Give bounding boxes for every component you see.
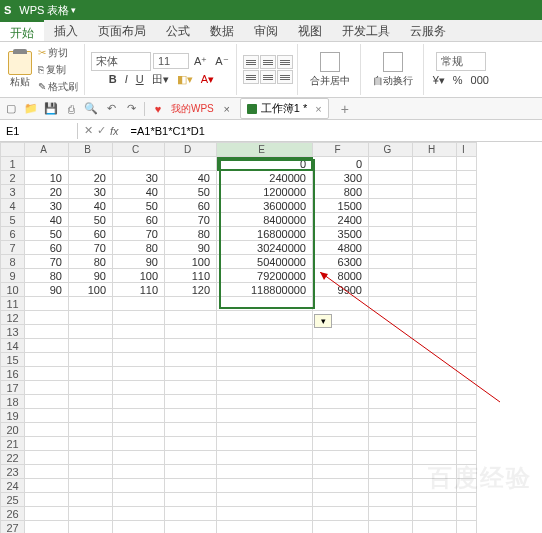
cell-B6[interactable]: 60 [69,227,113,241]
cell-F25[interactable] [313,493,369,507]
cell-I11[interactable] [457,297,477,311]
row-header-13[interactable]: 13 [1,325,25,339]
cell-E15[interactable] [217,353,313,367]
cell-B11[interactable] [69,297,113,311]
cell-C6[interactable]: 70 [113,227,165,241]
cell-H21[interactable] [413,437,457,451]
cell-D21[interactable] [165,437,217,451]
cell-H12[interactable] [413,311,457,325]
percent-button[interactable]: % [450,73,466,87]
cell-H1[interactable] [413,157,457,171]
cell-I17[interactable] [457,381,477,395]
cell-G2[interactable] [369,171,413,185]
cell-G3[interactable] [369,185,413,199]
menu-tab-6[interactable]: 视图 [288,20,332,41]
cell-F27[interactable] [313,521,369,534]
cell-E3[interactable]: 1200000 [217,185,313,199]
cell-E5[interactable]: 8400000 [217,213,313,227]
copy-button[interactable]: ⎘复制 [36,62,80,78]
cell-H16[interactable] [413,367,457,381]
cell-H11[interactable] [413,297,457,311]
qat-new-icon[interactable]: ▢ [4,102,18,116]
cell-G1[interactable] [369,157,413,171]
cell-A19[interactable] [25,409,69,423]
cell-E22[interactable] [217,451,313,465]
font-size-select[interactable]: 11 [153,53,189,69]
cell-B5[interactable]: 50 [69,213,113,227]
col-header-C[interactable]: C [113,143,165,157]
comma-button[interactable]: 000 [468,73,492,87]
menu-tab-4[interactable]: 数据 [200,20,244,41]
cell-F16[interactable] [313,367,369,381]
cell-A8[interactable]: 70 [25,255,69,269]
cell-C17[interactable] [113,381,165,395]
align-center[interactable] [260,70,276,84]
font-color-button[interactable]: A▾ [198,72,217,87]
cell-C7[interactable]: 80 [113,241,165,255]
cell-G18[interactable] [369,395,413,409]
cell-H25[interactable] [413,493,457,507]
fill-color-button[interactable]: ◧▾ [174,72,196,87]
row-header-19[interactable]: 19 [1,409,25,423]
heart-icon[interactable]: ♥ [151,102,165,116]
col-header-D[interactable]: D [165,143,217,157]
cut-button[interactable]: ✂剪切 [36,45,80,61]
cell-I14[interactable] [457,339,477,353]
close-doc-icon[interactable]: × [315,103,321,115]
cell-C22[interactable] [113,451,165,465]
cell-E13[interactable] [217,325,313,339]
cell-E23[interactable] [217,465,313,479]
row-header-23[interactable]: 23 [1,465,25,479]
menu-tab-3[interactable]: 公式 [156,20,200,41]
cell-F23[interactable] [313,465,369,479]
cell-G12[interactable] [369,311,413,325]
cell-D14[interactable] [165,339,217,353]
qat-preview-icon[interactable]: 🔍 [84,102,98,116]
cell-A26[interactable] [25,507,69,521]
cell-C21[interactable] [113,437,165,451]
cell-I12[interactable] [457,311,477,325]
cell-B21[interactable] [69,437,113,451]
cell-C25[interactable] [113,493,165,507]
cell-I22[interactable] [457,451,477,465]
row-header-20[interactable]: 20 [1,423,25,437]
cell-C10[interactable]: 110 [113,283,165,297]
cell-D8[interactable]: 100 [165,255,217,269]
cell-G25[interactable] [369,493,413,507]
qat-undo-icon[interactable]: ↶ [104,102,118,116]
row-header-15[interactable]: 15 [1,353,25,367]
close-mywps-icon[interactable]: × [220,102,234,116]
cell-B8[interactable]: 80 [69,255,113,269]
menu-tab-0[interactable]: 开始 [0,20,44,41]
formula-input[interactable] [125,123,542,139]
cell-A15[interactable] [25,353,69,367]
cell-B12[interactable] [69,311,113,325]
cell-H13[interactable] [413,325,457,339]
cell-H26[interactable] [413,507,457,521]
cell-C5[interactable]: 60 [113,213,165,227]
cell-G8[interactable] [369,255,413,269]
cell-F22[interactable] [313,451,369,465]
cell-C27[interactable] [113,521,165,534]
cell-C26[interactable] [113,507,165,521]
cell-I26[interactable] [457,507,477,521]
cell-D19[interactable] [165,409,217,423]
app-menu-dropdown[interactable]: ▾ [71,5,76,15]
cell-G24[interactable] [369,479,413,493]
my-wps-link[interactable]: 我的WPS [171,102,214,116]
cell-B15[interactable] [69,353,113,367]
cell-B10[interactable]: 100 [69,283,113,297]
cell-H2[interactable] [413,171,457,185]
col-header-H[interactable]: H [413,143,457,157]
cell-B19[interactable] [69,409,113,423]
cell-E19[interactable] [217,409,313,423]
cell-B1[interactable] [69,157,113,171]
cell-D6[interactable]: 80 [165,227,217,241]
cell-D24[interactable] [165,479,217,493]
align-top-right[interactable] [277,55,293,69]
currency-button[interactable]: ¥▾ [430,73,448,88]
cell-D2[interactable]: 40 [165,171,217,185]
row-header-5[interactable]: 5 [1,213,25,227]
accept-formula-icon[interactable]: ✓ [97,124,106,137]
cell-G11[interactable] [369,297,413,311]
